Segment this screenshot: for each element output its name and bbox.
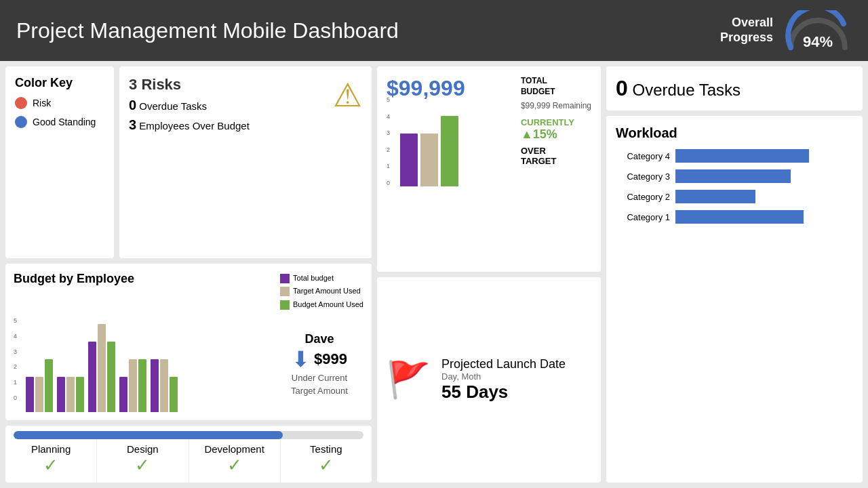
risks-label: Risks [141,76,181,93]
budget-summary-card: $99,999 012345 TOTALBUDGET [377,66,601,272]
overdue-count: 0 [616,76,628,100]
dave-description: Under CurrentTarget Amount [275,372,363,396]
check-testing: ✓ [283,455,369,476]
progress-bar-outer [14,431,363,439]
workload-cat1-bar-outer [675,210,853,224]
overall-label: OverallProgress [720,16,773,45]
bar-green [138,359,146,412]
risks-title: 3 Risks [129,76,362,94]
workload-cat2-label: Category 2 [616,192,670,202]
launch-days: 55 Days [441,382,566,403]
overall-progress: OverallProgress 94% [720,10,852,51]
left-top-row: Color Key Risk Good Standing 3 Risks 0 O… [5,66,372,258]
progress-bar-section [5,426,372,439]
center-bar-green [441,116,458,186]
workload-row-cat1: Category 1 [616,210,853,224]
overdue-card: 0 Overdue Tasks [606,66,863,110]
workload-row-cat4: Category 4 [616,149,853,163]
workload-row-cat2: Category 2 [616,190,853,203]
bar-tan [160,359,168,412]
workload-title: Workload [616,125,853,141]
key-item-good: Good Standing [15,116,104,128]
launch-title: Projected Launch Date [441,357,566,371]
header: Project Management Mobile Dashboard Over… [0,0,868,61]
risks-count: 3 [129,76,137,93]
color-key-card: Color Key Risk Good Standing [5,66,114,258]
budget-card-header: Budget by Employee Total budget Target A… [14,272,363,312]
workload-cat1-label: Category 1 [616,212,670,222]
bar-purple [57,377,65,412]
phase-card: Planning ✓ Design ✓ Development ✓ Testin… [5,426,372,483]
legend-budget: Budget Amount Used [280,298,363,312]
phase-testing: Testing ✓ [281,439,372,483]
overdue-title: 0 Overdue Tasks [616,76,853,101]
risk-dot [15,97,27,109]
y-axis: 012345 [14,317,17,401]
workload-cat3-bar [675,169,791,183]
bar-green [76,377,84,412]
bar-purple [26,377,34,412]
page-title: Project Management Mobile Dashboard [16,18,399,43]
pct-label: ▲15% [521,127,591,142]
phase-planning-label: Planning [8,443,94,455]
phase-design: Design ✓ [97,439,189,483]
overdue-label: Overdue Tasks [632,81,741,99]
center-chart-area: $99,999 012345 [387,76,514,186]
down-arrow-icon: ⬇ [292,346,310,372]
launch-card: 🚩 Projected Launch Date Day, Moth 55 Day… [377,277,601,483]
check-planning: ✓ [8,455,94,476]
workload-cat2-bar [675,190,755,203]
budget-card: Budget by Employee Total budget Target A… [5,264,372,420]
center-y-axis: 012345 [387,96,390,186]
bar-purple [119,377,127,412]
workload-card: Workload Category 4 Category 3 Category … [606,116,863,483]
overdue-count: 0 [129,98,136,113]
workload-cat4-label: Category 4 [616,151,670,161]
good-dot [15,116,27,128]
workload-cat2-bar-outer [675,190,853,203]
bar-tan [66,377,75,412]
workload-cat3-bar-outer [675,169,853,183]
dave-name: Dave [275,332,363,346]
check-design: ✓ [100,455,185,476]
good-label: Good Standing [33,117,96,127]
overdue-metric: 0 Overdue Tasks [129,98,362,113]
legend-target-label: Target Amount Used [293,285,361,298]
employees-label: Employees Over Budget [139,120,250,131]
bar-group-3 [88,324,115,412]
overdue-label-small: Overdue Tasks [139,100,207,112]
legend-total: Total budget [280,272,363,285]
workload-cat1-bar [675,210,804,224]
bar-tan [98,324,106,412]
key-item-risk: Risk [15,97,104,109]
gauge: 94% [784,10,852,51]
employees-count: 3 [129,117,136,132]
legend-target: Target Amount Used [280,285,363,298]
check-development: ✓ [192,455,277,476]
legend-swatch-purple [280,274,290,283]
phases-row: Planning ✓ Design ✓ Development ✓ Testin… [5,439,372,483]
total-budget-label: TOTALBUDGET [521,76,591,97]
dave-section: Dave ⬇ $999 Under CurrentTarget Amount [275,317,363,412]
progress-bar-inner [14,431,283,439]
currently-label: CURRENTLY [521,117,591,127]
budget-title: Budget by Employee [14,272,134,286]
budget-summary-top: $99,999 012345 TOTALBUDGET [387,76,591,186]
bar-green [170,377,178,412]
bar-purple [88,342,96,412]
workload-cat3-label: Category 3 [616,171,670,182]
flag-icon: 🚩 [387,359,431,401]
bar-group-4 [119,359,146,412]
bar-group-5 [151,359,178,412]
legend-budget-label: Budget Amount Used [293,298,363,312]
launch-info: Projected Launch Date Day, Moth 55 Days [441,357,566,403]
dave-amount: $999 [314,350,347,368]
phase-testing-label: Testing [283,443,369,455]
phase-planning: Planning ✓ [5,439,97,483]
over-target-label: OVERTARGET [521,146,591,166]
bar-tan [129,359,137,412]
center-bars: 012345 [387,105,514,186]
bar-group-1 [26,359,53,412]
center-bar-purple [400,134,418,186]
bar-green [107,342,115,412]
